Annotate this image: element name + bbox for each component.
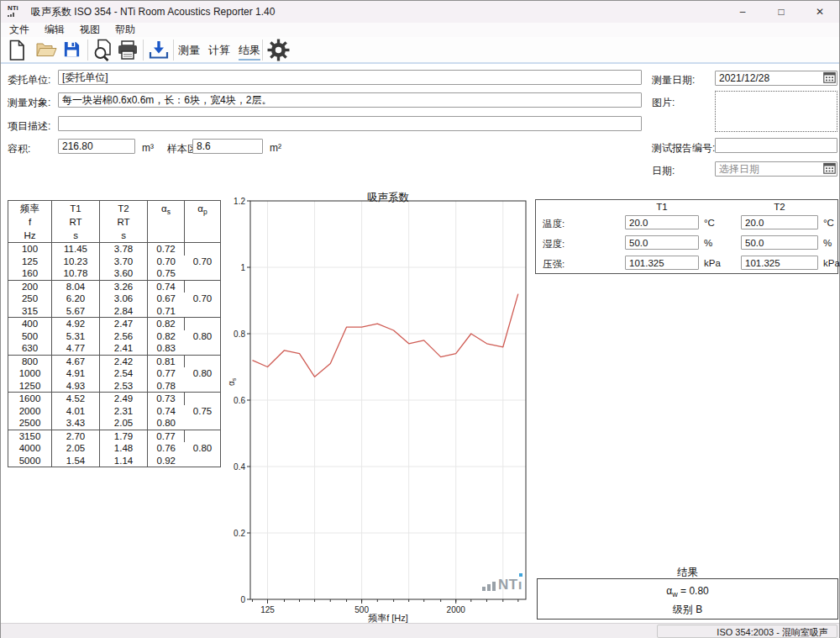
table-cell: 0.73 — [148, 393, 185, 405]
toolbar-separator — [262, 40, 263, 61]
alpha-p-cell: 0.75 — [185, 393, 221, 430]
project-desc-input[interactable] — [58, 116, 642, 131]
results-box: αw = 0.80 级别 B — [537, 578, 838, 620]
table-cell: 2.49 — [100, 393, 148, 405]
table-cell: 2.05 — [52, 442, 100, 455]
sample-area-unit: m² — [270, 142, 281, 154]
col-alpha-s: αs — [148, 201, 185, 243]
toolbar: 测量 计算 结果 — [1, 37, 839, 63]
y-tick-label: 0.6 — [234, 396, 245, 405]
table-cell: 4.52 — [52, 393, 100, 405]
calendar-icon[interactable] — [823, 162, 836, 174]
status-standard-label: ISO 354:2003 - 混响室吸声 — [657, 625, 837, 638]
table-cell: 4.01 — [52, 405, 100, 418]
report-number-input[interactable] — [715, 138, 837, 153]
table-cell: 0.74 — [148, 280, 185, 293]
col-frequency: 频率fHz — [8, 201, 52, 243]
table-cell: 8.04 — [52, 280, 100, 293]
table-row: 8004.672.420.810.80 — [8, 355, 221, 367]
print-icon[interactable] — [117, 40, 139, 64]
app-logo-icon: NTi — [8, 5, 24, 18]
date-field — [715, 161, 837, 176]
sample-area-input[interactable] — [192, 139, 263, 154]
report-number-label: 测试报告编号: — [652, 141, 715, 156]
table-cell: 5.67 — [52, 305, 100, 318]
client-label: 委托单位: — [8, 73, 50, 87]
table-cell: 2500 — [8, 417, 52, 430]
env-pressure-label: 压强: — [543, 258, 564, 271]
env-humidity-t2-input[interactable] — [741, 235, 818, 250]
table-cell: 2.42 — [100, 355, 148, 367]
table-cell: 2.41 — [100, 342, 148, 355]
calculate-button[interactable]: 计算 — [208, 43, 230, 58]
close-button[interactable]: ✕ — [801, 1, 839, 23]
table-cell: 1.54 — [52, 455, 100, 467]
measure-date-input[interactable] — [715, 71, 837, 86]
table-cell: 2.05 — [100, 417, 148, 430]
table-cell: 125 — [8, 256, 52, 268]
save-icon[interactable] — [62, 40, 81, 62]
env-humidity-t2-unit: % — [823, 238, 832, 248]
measure-object-input[interactable] — [58, 92, 642, 108]
env-row-temperature: 温度:°C°C — [536, 214, 837, 235]
env-pressure-t1-input[interactable] — [625, 256, 699, 270]
env-temperature-t1-input[interactable] — [625, 215, 699, 229]
toolbar-divider — [1, 62, 839, 64]
alpha-p-cell: 0.80 — [185, 318, 221, 356]
status-bar: ISO 354:2003 - 混响室吸声 — [1, 623, 839, 638]
settings-gear-icon[interactable] — [267, 39, 290, 65]
table-cell: 2000 — [8, 405, 52, 418]
alpha-p-cell: 0.70 — [185, 280, 221, 318]
table-cell: 10.78 — [52, 267, 100, 280]
table-cell: 2.53 — [100, 380, 148, 393]
table-cell: 3.78 — [100, 243, 148, 256]
series-line-alpha-s — [253, 294, 518, 377]
print-preview-icon[interactable] — [92, 39, 114, 65]
env-pressure-t2-input[interactable] — [741, 256, 818, 270]
export-icon[interactable] — [148, 40, 170, 64]
table-cell: 0.77 — [148, 430, 185, 442]
app-window: NTi 吸声系数 ISO 354 - NTi Room Acoustics Re… — [0, 0, 840, 638]
menu-help[interactable]: 帮助 — [115, 23, 135, 37]
menu-file[interactable]: 文件 — [9, 23, 29, 37]
table-cell: 4.67 — [52, 355, 100, 367]
new-document-icon[interactable] — [8, 40, 26, 65]
minimize-button[interactable]: – — [723, 1, 762, 23]
env-temperature-t1-unit: °C — [704, 218, 715, 228]
env-temperature-t2-input[interactable] — [741, 215, 818, 229]
date-input[interactable] — [715, 161, 837, 177]
environment-panel: T1 T2 温度:°C°C湿度:%%压强:kPakPa — [535, 199, 838, 274]
table-row: 31502.701.790.770.80 — [8, 430, 221, 442]
calendar-icon[interactable] — [823, 71, 836, 83]
env-pressure-t2-unit: kPa — [823, 258, 840, 268]
table-cell: 5000 — [8, 455, 52, 467]
table-cell: 1.14 — [100, 455, 148, 467]
client-input[interactable] — [58, 70, 642, 85]
maximize-button[interactable]: □ — [762, 1, 801, 23]
toolbar-separator — [173, 40, 174, 61]
results-button[interactable]: 结果 — [239, 43, 260, 61]
env-t1-header: T1 — [625, 202, 699, 212]
table-cell: 200 — [8, 280, 52, 293]
alpha-p-cell: 0.80 — [185, 355, 221, 393]
table-cell: 0.74 — [148, 405, 185, 418]
table-cell: 2.54 — [100, 367, 148, 380]
table-cell: 4.91 — [52, 367, 100, 380]
volume-input[interactable] — [58, 139, 135, 154]
env-humidity-t1-input[interactable] — [625, 235, 699, 250]
menu-view[interactable]: 视图 — [80, 23, 100, 37]
y-tick-label: 0.8 — [234, 330, 245, 339]
menu-edit[interactable]: 编辑 — [45, 23, 65, 37]
table-cell: 2.47 — [100, 318, 148, 330]
env-pressure-t1-unit: kPa — [704, 258, 721, 268]
open-file-icon[interactable] — [36, 41, 57, 62]
measure-date-field — [715, 70, 837, 85]
measure-button[interactable]: 测量 — [178, 43, 200, 58]
table-cell: 3.06 — [100, 293, 148, 305]
alpha-p-cell: 0.80 — [185, 430, 221, 467]
env-temperature-t2-unit: °C — [823, 218, 834, 228]
y-tick-label: 1 — [240, 263, 245, 272]
table-cell: 0.82 — [148, 330, 185, 343]
picture-dropzone[interactable] — [715, 91, 837, 132]
table-cell: 4.93 — [52, 380, 100, 393]
